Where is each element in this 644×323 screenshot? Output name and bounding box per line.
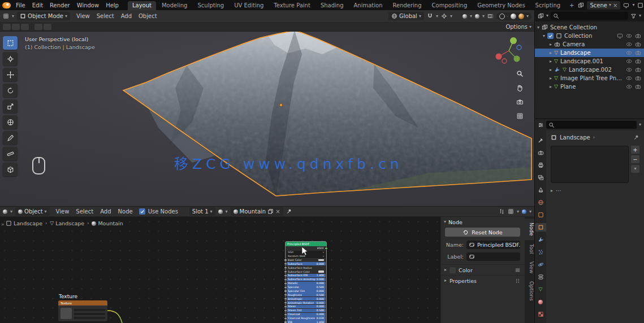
material-name-field[interactable]: Mountain × xyxy=(231,207,283,216)
properties-tab-output[interactable] xyxy=(535,161,546,169)
shader-node-row-metallic[interactable]: Metallic0.000 xyxy=(287,282,326,285)
camera-icon[interactable] xyxy=(635,41,641,47)
viewport-menu-object[interactable]: Object xyxy=(135,11,161,21)
shader-node-row-subsurface-anisotropy[interactable]: Subsurface Anisotropy0.000 xyxy=(287,278,326,281)
proportional-edit-icon[interactable] xyxy=(441,13,447,19)
node-editor-menu-add[interactable]: Add xyxy=(97,206,114,217)
tool-settings-toggle-3[interactable] xyxy=(21,24,29,30)
tool-transform-button[interactable] xyxy=(3,115,18,129)
eye-icon[interactable] xyxy=(626,50,632,56)
tool-box-select-button[interactable] xyxy=(3,36,18,50)
display-icon[interactable] xyxy=(617,33,623,39)
properties-tab-physics[interactable] xyxy=(535,260,546,269)
viewport-3d[interactable]: User Perspective (local) (1) Collection … xyxy=(0,32,534,206)
display-icon[interactable] xyxy=(623,2,629,8)
texture-thumbnail[interactable] xyxy=(60,308,72,319)
node-label-input[interactable] xyxy=(466,252,520,261)
color-section-header[interactable]: ▸ Color xyxy=(440,264,525,275)
blender-logo-icon[interactable] xyxy=(2,2,11,8)
viewport-menu-select[interactable]: Select xyxy=(93,11,118,21)
properties-tab-collection[interactable] xyxy=(535,211,546,219)
texture-node[interactable]: Texture xyxy=(58,300,107,321)
workspace-tab-animation[interactable]: Animation xyxy=(349,1,387,10)
node-name-input[interactable]: Principled BSDF.... xyxy=(466,241,520,249)
properties-tab-render[interactable] xyxy=(535,149,546,157)
breadcrumb-item-mountain[interactable]: Mountain xyxy=(92,220,123,226)
camera-icon[interactable] xyxy=(635,84,641,90)
landscape-mesh[interactable] xyxy=(0,32,534,206)
chevron-down-icon[interactable]: ▾ xyxy=(226,209,228,214)
eye-icon[interactable] xyxy=(626,58,632,64)
color-swatch[interactable] xyxy=(318,259,324,261)
region-expand-chevron[interactable]: » xyxy=(1,221,5,227)
shader-node-row-ior[interactable]: IOR1.450 xyxy=(287,320,326,323)
outliner-row-landscape-002[interactable]: ▸▽Landscape.002 xyxy=(535,66,644,74)
navigation-gizmo[interactable] xyxy=(493,34,525,68)
pin-icon[interactable] xyxy=(286,208,292,215)
workspace-tab-rendering[interactable]: Rendering xyxy=(388,1,426,10)
transform-orientation-selector[interactable]: Global ▾ xyxy=(388,12,424,20)
overlays-toggle[interactable] xyxy=(475,14,479,19)
show-gizmo-toggle[interactable] xyxy=(463,14,467,19)
chevron-down-icon[interactable]: ▾ xyxy=(517,209,519,214)
filter-funnel-icon[interactable] xyxy=(630,13,637,19)
chevron-down-icon[interactable]: ▾ xyxy=(10,209,12,214)
menu-window[interactable]: Window xyxy=(74,1,102,10)
texture-node-header[interactable]: Texture xyxy=(58,300,107,305)
chevron-down-icon[interactable]: ▾ xyxy=(450,14,452,19)
outliner-row-scene-collection[interactable]: ▾Scene Collection xyxy=(535,23,644,32)
shader-node-row-anisotropic-rotation[interactable]: Anisotropic Rotation0.000 xyxy=(287,301,326,304)
shader-node-row-sheen-tint[interactable]: Sheen Tint0.500 xyxy=(287,309,326,312)
outliner-row-landscape-001[interactable]: ▸▽Landscape.001 xyxy=(535,57,644,66)
outliner-row-plane[interactable]: ▸▽Plane xyxy=(535,82,644,91)
expand-caret-icon[interactable]: ▸ xyxy=(550,42,552,47)
chevron-down-icon[interactable]: ▾ xyxy=(526,14,529,19)
shader-node-row-anisotropic[interactable]: Anisotropic0.000 xyxy=(287,297,326,300)
shader-node-row-clearcoat-roughness[interactable]: Clearcoat Roughness0.030 xyxy=(287,316,326,320)
overlay-sphere-icon[interactable] xyxy=(522,209,526,214)
breadcrumb-item-landscape[interactable]: Landscape xyxy=(6,220,42,226)
workspace-tab-uv-editing[interactable]: UV Editing xyxy=(230,1,268,10)
slot-list[interactable] xyxy=(551,146,629,183)
texture-node-row[interactable] xyxy=(74,317,105,319)
menu-edit[interactable]: Edit xyxy=(29,1,46,10)
tool-annotate-button[interactable] xyxy=(3,131,18,145)
tool-settings-toggle-4[interactable] xyxy=(34,24,42,30)
properties-tab-texture[interactable] xyxy=(535,310,546,318)
expand-caret-icon[interactable]: ▸ xyxy=(550,68,552,72)
properties-editor-icon[interactable] xyxy=(538,122,544,128)
properties-tab-particles[interactable] xyxy=(535,248,546,256)
breadcrumb-object-label[interactable]: Landscape xyxy=(560,134,590,141)
eye-icon[interactable] xyxy=(626,84,632,90)
expand-caret-icon[interactable]: ▾ xyxy=(543,34,545,38)
outliner-search-input[interactable] xyxy=(551,12,628,20)
slot-specials-button[interactable]: ▾ xyxy=(631,165,639,173)
breadcrumb-item-landscape[interactable]: ▽Landscape xyxy=(50,220,84,226)
node-editor-menu-node[interactable]: Node xyxy=(115,206,136,217)
tool-measure-button[interactable] xyxy=(3,147,18,160)
expand-caret-icon[interactable]: ▸ xyxy=(550,85,552,89)
swap-arrows-icon[interactable] xyxy=(499,208,505,215)
collection-checkbox[interactable] xyxy=(547,33,554,39)
node-panel-header[interactable]: ▾ Node xyxy=(440,217,525,227)
sidebar-tab-node[interactable]: Node xyxy=(525,219,534,240)
sidebar-tab-view[interactable]: View xyxy=(525,257,534,277)
node-editor-menu-select[interactable]: Select xyxy=(72,206,97,217)
viewport-menu-view[interactable]: View xyxy=(73,11,93,21)
pin-icon[interactable] xyxy=(633,134,639,141)
properties-tab-world[interactable] xyxy=(535,198,546,207)
chevron-down-icon[interactable]: ▾ xyxy=(529,209,531,214)
chevron-down-icon[interactable]: ▾ xyxy=(639,14,641,18)
properties-section-header[interactable]: ▸ Properties xyxy=(440,275,525,286)
shader-node-row-base-color[interactable]: Base Color xyxy=(287,258,326,261)
viewport-zoom-button[interactable] xyxy=(516,70,524,78)
properties-search-input[interactable] xyxy=(546,121,637,129)
shader-node-canvas[interactable]: » Landscape›▽Landscape›Mountain Texture … xyxy=(0,217,440,323)
eye-icon[interactable] xyxy=(626,67,632,73)
menu-help[interactable]: Help xyxy=(102,1,122,10)
workspace-tab-scripting[interactable]: Scripting xyxy=(531,1,565,10)
add-slot-button[interactable]: + xyxy=(631,146,639,154)
camera-icon[interactable] xyxy=(635,33,641,39)
sidebar-tab-options[interactable]: Options xyxy=(525,277,534,305)
chevron-down-icon[interactable]: ▾ xyxy=(470,14,472,19)
